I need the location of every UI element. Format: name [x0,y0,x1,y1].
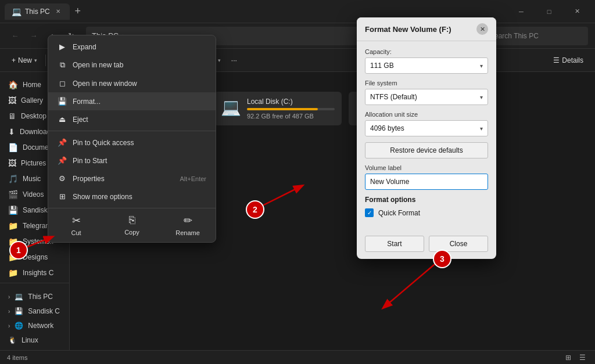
title-bar: 💻 This PC ✕ + ─ □ ✕ [0,0,595,23]
cm-more-options-label: Show more options [73,193,132,201]
tab-pc-icon: 💻 [12,7,21,16]
restore-defaults-btn[interactable]: Restore device defaults [365,142,488,158]
list-view-btn[interactable]: ☰ [576,352,588,363]
tab-title: This PC [25,8,50,16]
cm-pin-start-icon: 📌 [58,156,67,165]
cm-open-new-tab-label: Open in new tab [73,61,123,69]
dialog-close-footer-btn[interactable]: Close [429,236,488,252]
network-group-icon: 🌐 [15,322,23,330]
thispc-expand-arrow: › [8,294,10,300]
music-icon: 🎵 [8,174,18,183]
sidebar-group-network-label: Network [28,322,53,330]
sidebar-item-insights-label: Insights C [23,269,53,277]
alloc-label: Allocation unit size [365,111,488,118]
drive-bar-local-c [247,108,335,110]
filesystem-select[interactable]: NTFS (Default) ▾ [365,89,488,105]
alloc-select[interactable]: 4096 bytes ▾ [365,120,488,136]
cm-properties-icon: ⚙ [58,174,67,183]
drive-card-local-c[interactable]: 💻 Local Disk (C:) 92.2 GB free of 487 GB [214,92,342,125]
cm-bottom-icons: ✂ Cut ⎘ Copy ✏ Rename [48,208,216,240]
alloc-value: 4096 bytes [370,124,404,132]
cm-properties[interactable]: ⚙ Properties Alt+Enter [48,170,216,188]
more-label: ··· [231,56,237,64]
items-count: 4 items [7,354,27,361]
cm-rename-icon-btn[interactable]: ✏ Rename [160,211,216,240]
cm-open-new-window[interactable]: ◻ Open in new window [48,74,216,92]
filesystem-value: NTFS (Default) [370,93,417,101]
cm-pin-start[interactable]: 📌 Pin to Start [48,152,216,170]
linux-group-icon: 🐧 [8,336,17,344]
capacity-label: Capacity: [365,48,488,55]
tab-close-btn[interactable]: ✕ [53,7,63,16]
capacity-select[interactable]: 111 GB ▾ [365,57,488,74]
minimize-btn[interactable]: ─ [508,2,535,21]
new-tab-btn[interactable]: + [70,3,86,20]
cm-eject[interactable]: ⏏ Eject [48,110,216,128]
rename-bottom-icon: ✏ [184,214,192,227]
forward-btn[interactable]: → [26,28,42,44]
new-btn[interactable]: + New ▾ [7,51,42,70]
quick-format-checkbox[interactable]: ✓ [365,208,374,217]
cm-more-icon: ⊞ [58,192,67,201]
telegram-icon: 📁 [8,221,18,230]
pictures-icon: 🖼 [8,158,16,168]
alloc-arrow: ▾ [480,125,483,132]
cm-pin-quick[interactable]: 📌 Pin to Quick access [48,134,216,152]
cm-new-tab-icon: ⧉ [58,60,67,70]
status-bar: 4 items ⊞ ☰ [0,350,595,364]
cm-eject-icon: ⏏ [58,115,67,124]
close-btn[interactable]: ✕ [564,2,590,21]
cut-bottom-label: Cut [71,229,81,236]
volume-label-input[interactable]: New Volume [365,174,488,190]
tab-this-pc[interactable]: 💻 This PC ✕ [5,3,70,20]
volume-label-value: New Volume [370,178,409,186]
rename-bottom-label: Rename [175,229,200,236]
drive-icon-local-c: 💻 [221,98,241,117]
sidebar-group-thispc[interactable]: › 💻 This PC [2,290,67,304]
desktop-icon: 🖥 [8,111,16,121]
start-btn[interactable]: Start [365,236,424,252]
sidebar-item-insights[interactable]: 📁 Insights C [2,265,67,280]
cm-properties-label: Properties [73,175,105,183]
quick-format-row: ✓ Quick Format [365,208,488,217]
sidebar-separator [0,283,69,287]
window-controls: ─ □ ✕ [508,2,590,21]
new-icon: + [12,56,16,64]
videos-icon: 🎬 [8,190,18,199]
cm-cut-icon-btn[interactable]: ✂ Cut [48,211,104,240]
cm-pin-quick-icon: 📌 [58,138,67,147]
volume-label-label: Volume label [365,164,488,171]
cm-format-label: Format... [73,98,101,106]
cm-eject-label: Eject [73,116,88,124]
cm-pin-start-label: Pin to Start [73,157,107,165]
drive-fill-local-c [247,108,318,110]
cm-copy-icon-btn[interactable]: ⎘ Copy [104,211,160,240]
cm-open-new-window-label: Open in new window [73,80,137,88]
cm-format[interactable]: 💾 Format... [48,92,216,110]
details-label: Details [562,56,583,64]
cm-open-new-tab[interactable]: ⧉ Open in new tab [48,56,216,74]
more-cmd-btn[interactable]: ··· [227,51,242,70]
dialog-body: Capacity: 111 GB ▾ File system NTFS (Def… [357,41,496,231]
sidebar-group-linux[interactable]: 🐧 Linux [2,333,67,347]
back-btn[interactable]: ← [7,28,23,44]
dialog-close-btn[interactable]: ✕ [476,23,488,35]
thispc-group-icon: 💻 [15,293,23,301]
copy-bottom-icon: ⎘ [129,214,135,226]
context-menu: ▶ Expand ⧉ Open in new tab ◻ Open in new… [48,35,216,243]
downloads-icon: ⬇ [8,127,15,136]
annotation-2: 2 [246,200,264,219]
capacity-arrow: ▾ [480,63,483,69]
cm-properties-shortcut: Alt+Enter [180,175,206,182]
view-toggle-btns: ⊞ ☰ [562,352,588,363]
insights-icon: 📁 [8,268,18,277]
cm-expand[interactable]: ▶ Expand [48,38,216,56]
cm-more-options[interactable]: ⊞ Show more options [48,188,216,206]
sidebar-group-sandisk[interactable]: › 💾 Sandisk C [2,304,67,318]
filesystem-label: File system [365,80,488,87]
maximize-btn[interactable]: □ [536,2,562,21]
sidebar-group-network[interactable]: › 🌐 Network [2,319,67,333]
details-btn[interactable]: ☰ Details [549,51,588,70]
grid-view-btn[interactable]: ⊞ [562,352,574,363]
format-options-label: Format options [365,196,488,204]
